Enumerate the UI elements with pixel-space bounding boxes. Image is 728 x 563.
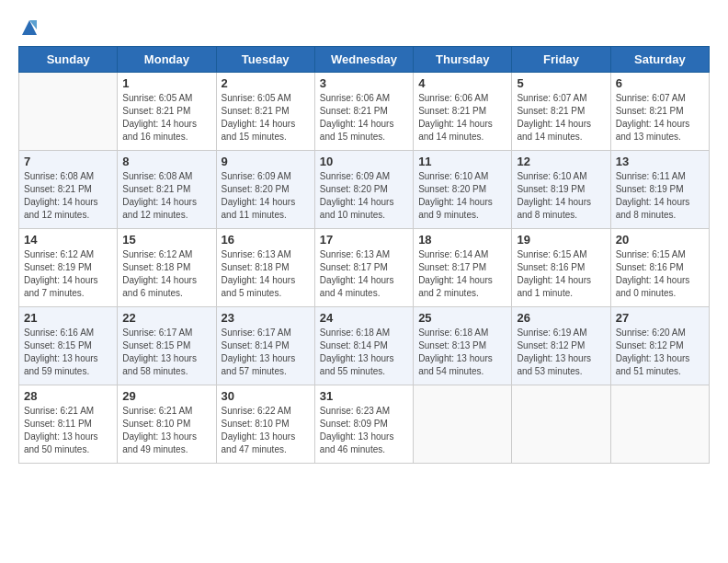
calendar-cell: 22Sunrise: 6:17 AM Sunset: 8:15 PM Dayli… [118,307,216,385]
calendar-cell: 16Sunrise: 6:13 AM Sunset: 8:18 PM Dayli… [216,229,314,307]
day-number: 29 [122,389,210,403]
day-number: 15 [122,233,210,247]
day-info: Sunrise: 6:18 AM Sunset: 8:14 PM Dayligh… [320,327,408,378]
calendar-table: SundayMondayTuesdayWednesdayThursdayFrid… [18,46,710,464]
day-number: 23 [222,311,310,325]
day-info: Sunrise: 6:18 AM Sunset: 8:13 PM Dayligh… [418,327,506,378]
calendar-cell: 25Sunrise: 6:18 AM Sunset: 8:13 PM Dayli… [414,307,512,385]
calendar-cell: 8Sunrise: 6:08 AM Sunset: 8:21 PM Daylig… [118,151,216,229]
day-number: 12 [517,155,605,168]
day-info: Sunrise: 6:16 AM Sunset: 8:15 PM Dayligh… [24,327,112,378]
day-info: Sunrise: 6:06 AM Sunset: 8:21 PM Dayligh… [418,92,506,144]
day-number: 22 [122,311,210,325]
calendar-cell [610,385,709,464]
calendar-cell: 5Sunrise: 6:07 AM Sunset: 8:21 PM Daylig… [512,73,610,151]
day-info: Sunrise: 6:21 AM Sunset: 8:11 PM Dayligh… [24,405,112,456]
calendar-cell: 6Sunrise: 6:07 AM Sunset: 8:21 PM Daylig… [610,73,709,151]
calendar-cell: 29Sunrise: 6:21 AM Sunset: 8:10 PM Dayli… [118,385,216,464]
day-info: Sunrise: 6:15 AM Sunset: 8:16 PM Dayligh… [616,248,704,300]
day-info: Sunrise: 6:13 AM Sunset: 8:17 PM Dayligh… [320,248,408,300]
day-info: Sunrise: 6:21 AM Sunset: 8:10 PM Dayligh… [122,405,210,456]
day-info: Sunrise: 6:06 AM Sunset: 8:21 PM Dayligh… [320,92,408,144]
day-info: Sunrise: 6:10 AM Sunset: 8:20 PM Dayligh… [418,170,506,222]
calendar-cell: 15Sunrise: 6:12 AM Sunset: 8:18 PM Dayli… [118,229,216,307]
page-header [18,18,710,37]
day-number: 9 [222,155,310,168]
day-number: 17 [320,233,408,247]
calendar-week-row: 14Sunrise: 6:12 AM Sunset: 8:19 PM Dayli… [19,229,710,307]
calendar-cell: 9Sunrise: 6:09 AM Sunset: 8:20 PM Daylig… [216,151,314,229]
day-number: 28 [24,389,112,403]
logo [18,18,39,37]
calendar-cell: 2Sunrise: 6:05 AM Sunset: 8:21 PM Daylig… [216,73,314,151]
calendar-cell: 28Sunrise: 6:21 AM Sunset: 8:11 PM Dayli… [19,385,118,464]
calendar-cell: 10Sunrise: 6:09 AM Sunset: 8:20 PM Dayli… [314,151,413,229]
day-info: Sunrise: 6:08 AM Sunset: 8:21 PM Dayligh… [24,170,112,222]
calendar-cell: 26Sunrise: 6:19 AM Sunset: 8:12 PM Dayli… [512,307,610,385]
day-number: 5 [517,76,605,90]
calendar-cell: 3Sunrise: 6:06 AM Sunset: 8:21 PM Daylig… [314,73,413,151]
calendar-cell [19,73,118,151]
day-info: Sunrise: 6:19 AM Sunset: 8:12 PM Dayligh… [517,327,605,378]
calendar-cell: 20Sunrise: 6:15 AM Sunset: 8:16 PM Dayli… [610,229,709,307]
day-number: 27 [616,311,704,325]
calendar-cell [414,385,512,464]
weekday-header-saturday: Saturday [610,47,709,73]
day-info: Sunrise: 6:10 AM Sunset: 8:19 PM Dayligh… [517,170,605,222]
calendar-cell: 4Sunrise: 6:06 AM Sunset: 8:21 PM Daylig… [414,73,512,151]
day-number: 10 [320,155,408,168]
day-info: Sunrise: 6:20 AM Sunset: 8:12 PM Dayligh… [616,327,704,378]
calendar-cell: 23Sunrise: 6:17 AM Sunset: 8:14 PM Dayli… [216,307,314,385]
day-info: Sunrise: 6:05 AM Sunset: 8:21 PM Dayligh… [122,92,210,144]
day-number: 1 [122,76,210,90]
calendar-week-row: 7Sunrise: 6:08 AM Sunset: 8:21 PM Daylig… [19,151,710,229]
calendar-cell: 19Sunrise: 6:15 AM Sunset: 8:16 PM Dayli… [512,229,610,307]
weekday-header-friday: Friday [512,47,610,73]
weekday-header-sunday: Sunday [19,47,118,73]
day-info: Sunrise: 6:11 AM Sunset: 8:19 PM Dayligh… [616,170,704,222]
day-number: 26 [517,311,605,325]
day-number: 14 [24,233,112,247]
day-info: Sunrise: 6:07 AM Sunset: 8:21 PM Dayligh… [616,92,704,144]
day-number: 7 [24,155,112,168]
day-info: Sunrise: 6:14 AM Sunset: 8:17 PM Dayligh… [418,248,506,300]
day-info: Sunrise: 6:07 AM Sunset: 8:21 PM Dayligh… [517,92,605,144]
day-info: Sunrise: 6:22 AM Sunset: 8:10 PM Dayligh… [222,405,310,456]
logo-icon [20,18,39,37]
calendar-cell: 31Sunrise: 6:23 AM Sunset: 8:09 PM Dayli… [314,385,413,464]
weekday-header-thursday: Thursday [414,47,512,73]
calendar-week-row: 28Sunrise: 6:21 AM Sunset: 8:11 PM Dayli… [19,385,710,464]
calendar-week-row: 21Sunrise: 6:16 AM Sunset: 8:15 PM Dayli… [19,307,710,385]
day-info: Sunrise: 6:08 AM Sunset: 8:21 PM Dayligh… [122,170,210,222]
calendar-cell: 27Sunrise: 6:20 AM Sunset: 8:12 PM Dayli… [610,307,709,385]
day-number: 4 [418,76,506,90]
calendar-header: SundayMondayTuesdayWednesdayThursdayFrid… [19,47,710,73]
day-info: Sunrise: 6:17 AM Sunset: 8:14 PM Dayligh… [222,327,310,378]
day-info: Sunrise: 6:17 AM Sunset: 8:15 PM Dayligh… [122,327,210,378]
calendar-week-row: 1Sunrise: 6:05 AM Sunset: 8:21 PM Daylig… [19,73,710,151]
weekday-header-monday: Monday [118,47,216,73]
calendar-cell [512,385,610,464]
weekday-header-wednesday: Wednesday [314,47,413,73]
day-number: 6 [616,76,704,90]
calendar-cell: 13Sunrise: 6:11 AM Sunset: 8:19 PM Dayli… [610,151,709,229]
calendar-cell: 24Sunrise: 6:18 AM Sunset: 8:14 PM Dayli… [314,307,413,385]
calendar-cell: 1Sunrise: 6:05 AM Sunset: 8:21 PM Daylig… [118,73,216,151]
weekday-header-row: SundayMondayTuesdayWednesdayThursdayFrid… [19,47,710,73]
day-number: 25 [418,311,506,325]
day-info: Sunrise: 6:13 AM Sunset: 8:18 PM Dayligh… [222,248,310,300]
day-number: 2 [222,76,310,90]
day-info: Sunrise: 6:15 AM Sunset: 8:16 PM Dayligh… [517,248,605,300]
calendar-cell: 7Sunrise: 6:08 AM Sunset: 8:21 PM Daylig… [19,151,118,229]
day-number: 24 [320,311,408,325]
calendar-cell: 18Sunrise: 6:14 AM Sunset: 8:17 PM Dayli… [414,229,512,307]
weekday-header-tuesday: Tuesday [216,47,314,73]
day-number: 20 [616,233,704,247]
day-number: 3 [320,76,408,90]
calendar-cell: 14Sunrise: 6:12 AM Sunset: 8:19 PM Dayli… [19,229,118,307]
day-number: 19 [517,233,605,247]
day-info: Sunrise: 6:23 AM Sunset: 8:09 PM Dayligh… [320,405,408,456]
day-number: 18 [418,233,506,247]
day-number: 8 [122,155,210,168]
calendar-cell: 21Sunrise: 6:16 AM Sunset: 8:15 PM Dayli… [19,307,118,385]
